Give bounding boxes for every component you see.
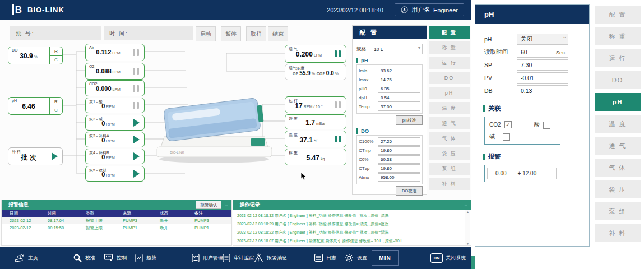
nav-feed-button[interactable]: 补 料 [429, 178, 470, 190]
taskbar-audit-trail-button[interactable]: 审计追踪 [222, 247, 254, 269]
taskbar-minimize-button[interactable]: MIN [372, 247, 399, 269]
air-state-icon[interactable] [132, 49, 140, 57]
temperature-state-icon[interactable] [333, 135, 342, 143]
taskbar-settings-button[interactable]: 设置 [344, 247, 367, 269]
co2-link-checkbox[interactable] [504, 121, 512, 128]
rocking-state-icon[interactable] [333, 101, 342, 109]
ph-calibration-button[interactable]: pH校准 [396, 115, 423, 125]
alarm-date: 2023-02-12 [7, 224, 45, 231]
nav-gas-button[interactable]: 气 体 [595, 159, 641, 177]
feed-state-icon[interactable] [50, 152, 58, 160]
nav-pumps-button[interactable]: 泵 组 [595, 202, 641, 220]
read-time-field[interactable]: 60Sec [517, 47, 568, 58]
nav-aeration-button[interactable]: 通 气 [595, 137, 641, 155]
ctzp-field[interactable]: 19.80 [378, 164, 420, 173]
imax-field[interactable]: 14.76 [378, 76, 420, 84]
pump1-state-icon[interactable] [132, 101, 140, 109]
feed-mode-value: 批 次 [21, 154, 36, 161]
nav-temperature-button[interactable]: 温 度 [429, 102, 470, 114]
co2-state-icon[interactable] [132, 85, 140, 92]
alarm-time: 08:17:04 [45, 217, 84, 224]
alarm-minimize-icon[interactable]: – [225, 202, 228, 208]
o2-state-icon[interactable] [132, 67, 140, 75]
atmo-field[interactable]: 958.00 [378, 173, 420, 182]
nav-run-button[interactable]: 运 行 [595, 49, 641, 67]
taskbar-user-management-button[interactable]: 用户管理 [191, 247, 223, 269]
taskbar-home-button[interactable]: 主页 [14, 247, 38, 269]
nav-run-button[interactable]: 运 行 [429, 57, 470, 69]
imin-label: Imin [359, 68, 367, 73]
taskbar-alarm-message-button[interactable]: 报警消息 [253, 247, 287, 269]
gas-co2-label: CO2 [317, 72, 325, 76]
nav-ph-button[interactable]: pH [429, 87, 470, 99]
imin-field[interactable]: 93.62 [378, 67, 420, 75]
nav-weight-button[interactable]: 称 重 [429, 41, 470, 54]
taskbar-log-button[interactable]: 日志 [314, 247, 336, 269]
co2-value: 0.000 [96, 85, 112, 92]
do-calibrate-button[interactable]: C [50, 56, 62, 64]
taskbar-trend-button[interactable]: 趋势 [135, 247, 156, 269]
do-calibration-button[interactable]: DO校准 [396, 186, 423, 196]
ph-calibrate-button[interactable]: C [50, 106, 62, 115]
alarm-date: 2023-02-12 [7, 217, 45, 224]
nav-do-button[interactable]: DO [429, 72, 470, 84]
c100-field[interactable]: 27.25 [378, 137, 420, 146]
alarm-confirm-button[interactable]: 报警确认 [196, 201, 221, 209]
feed-box[interactable]: 补 料 批 次 [8, 147, 63, 165]
alarm-high-limit[interactable]: + 12.00 [518, 170, 537, 177]
temp-cal-field[interactable]: 37.00 [378, 103, 420, 111]
acid-link-checkbox[interactable] [543, 122, 550, 129]
nav-aeration-button[interactable]: 通 气 [429, 117, 470, 129]
config-panel-title: 配 置 [353, 26, 427, 39]
pump3-state-icon[interactable] [132, 136, 140, 143]
alarm-type: 报警上限 [84, 224, 121, 231]
taskbar-control-button[interactable]: 控制 [104, 247, 127, 269]
air-flow-box: Air 0.112LPM [85, 44, 145, 61]
c0-field[interactable]: 60.38 [378, 155, 420, 164]
nav-bag-pressure-button[interactable]: 袋 压 [595, 180, 641, 198]
log-minimize-icon[interactable]: – [464, 202, 467, 208]
ctmp-field[interactable]: 19.80 [378, 146, 420, 155]
nav-do-button[interactable]: DO [595, 71, 641, 89]
taskbar-calibration-button[interactable]: 校准 [73, 247, 95, 269]
nav-pumps-button[interactable]: 泵 组 [429, 163, 470, 175]
spec-select[interactable]: 10 L [370, 44, 423, 54]
ph0-label: pH0 [359, 86, 367, 91]
home-device-icon [14, 253, 25, 263]
db-field[interactable]: 0.13 [517, 85, 568, 96]
alarm-row[interactable]: 2023-02-12 08:15:50 报警上限 PUMP1 断开 PUMP1 [2, 224, 231, 231]
dph-field[interactable]: 0.54 [378, 94, 420, 102]
gas-o2-value: 55.9 [299, 70, 310, 76]
col-date: 日期 [7, 210, 45, 217]
pump5-state-icon[interactable] [132, 170, 140, 178]
alarm-low-limit[interactable]: - 0.00 [492, 170, 507, 177]
pv-field[interactable]: -0.01 [517, 72, 568, 84]
log-scrollbar[interactable]: ▲▼ [465, 210, 470, 245]
taskbar-shutdown-button[interactable]: ON 关闭系统 [430, 247, 466, 269]
nav-config-button[interactable]: 配 置 [595, 6, 641, 24]
ph0-field[interactable]: 6.35 [378, 85, 420, 93]
ph-recorder-button[interactable]: R [50, 98, 62, 106]
sp-field[interactable]: 7.30 [517, 59, 568, 71]
nav-temperature-button[interactable]: 温 度 [595, 115, 641, 133]
nav-gas-button[interactable]: 气 体 [429, 132, 470, 145]
aeration-state-icon[interactable] [333, 50, 342, 58]
nav-feed-button[interactable]: 补 料 [595, 224, 641, 242]
pump4-state-icon[interactable] [132, 152, 140, 160]
nav-bag-pressure-button[interactable]: 袋 压 [429, 147, 470, 160]
spec-label: 规格 [356, 46, 366, 53]
taskbar-shutdown-label: 关闭系统 [446, 254, 466, 262]
base-link-checkbox[interactable] [503, 133, 510, 141]
pump1-box: 泵1 - 酸 0RPM [85, 98, 145, 113]
gear-icon [344, 253, 354, 263]
do-recorder-button[interactable]: R [50, 47, 62, 56]
alarm-row[interactable]: 2023-02-12 08:17:04 报警上限 PUMP3 断开 PUMP3 [2, 217, 231, 224]
nav-weight-button[interactable]: 称 重 [595, 27, 641, 45]
do-sensor-box: DO 30.9% RC [8, 47, 63, 64]
pump2-state-icon[interactable] [132, 119, 140, 127]
pump5-box: 泵5 - 收获 0RPM [85, 166, 145, 182]
temperature-value: 37.1 [299, 136, 312, 144]
ph-mode-select[interactable]: 关闭 [517, 34, 568, 45]
nav-ph-button[interactable]: pH [595, 93, 641, 111]
nav-config-button[interactable]: 配 置 [429, 26, 470, 39]
